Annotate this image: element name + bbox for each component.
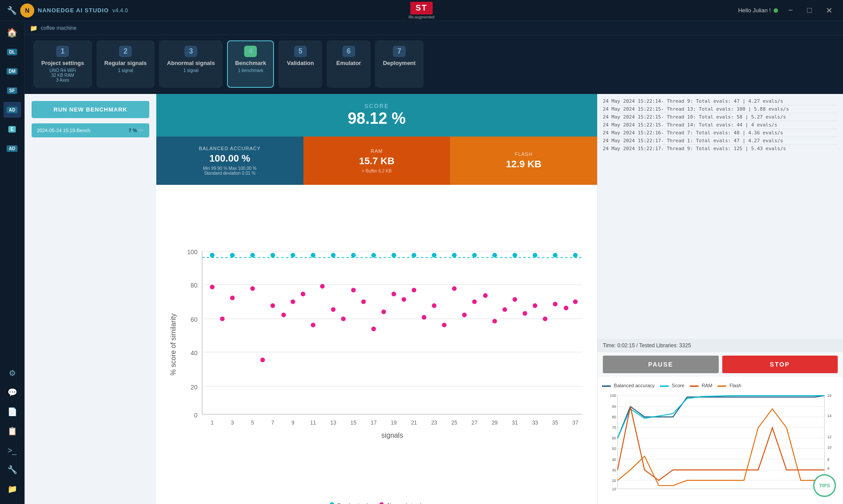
- svg-point-33: [573, 253, 578, 258]
- svg-point-29: [492, 253, 497, 258]
- svg-point-56: [442, 323, 447, 328]
- svg-text:23: 23: [431, 420, 437, 426]
- svg-text:50: 50: [612, 446, 616, 451]
- svg-text:40: 40: [612, 457, 616, 462]
- sidebar-file-icon[interactable]: 📋: [4, 423, 20, 439]
- log-line: 24 May 2024 15:22:15- Thread 10: Total e…: [603, 113, 838, 121]
- svg-text:20: 20: [612, 479, 616, 483]
- log-area: 24 May 2024 15:22:14- Thread 9: Total ev…: [598, 94, 843, 339]
- svg-text:80: 80: [191, 282, 198, 289]
- sidebar-label-ad1: AD: [7, 107, 17, 113]
- right-panel: 24 May 2024 15:22:14- Thread 9: Total ev…: [597, 94, 843, 504]
- svg-point-43: [311, 323, 316, 328]
- flash-line: [717, 385, 726, 387]
- benchmark-item-label: 2024-05-24 15:19-Bench: [37, 128, 90, 133]
- topbar-right: Hello Julian ! − □ ✕: [738, 4, 836, 17]
- svg-point-26: [432, 253, 436, 258]
- svg-text:27: 27: [472, 420, 478, 426]
- svg-point-42: [301, 292, 306, 296]
- topbar-left: 🔧 N NANOEDGE AI STUDIO v4.4.0: [7, 4, 128, 18]
- step-6-card[interactable]: 6 Emulator: [327, 40, 371, 88]
- regular-signals-legend: Regular signals: [330, 502, 371, 504]
- svg-text:16: 16: [827, 393, 832, 398]
- ram-sub: + Buffer 6.2 KB: [362, 169, 392, 173]
- sidebar-label-dl: DL: [7, 49, 17, 55]
- ram-legend: RAM: [690, 383, 713, 388]
- step-5-card[interactable]: 5 Validation: [278, 40, 322, 88]
- pause-button[interactable]: PAUSE: [603, 356, 719, 373]
- maximize-button[interactable]: □: [803, 4, 815, 17]
- score-label: SCORE: [165, 103, 588, 109]
- accuracy-sub: Min 99.90 % Max 100.00 %Standard deviati…: [203, 166, 256, 176]
- sidebar-item-sf[interactable]: SF: [4, 83, 21, 98]
- sidebar-terminal-icon[interactable]: >_: [4, 443, 20, 458]
- topbar: 🔧 N NANOEDGE AI STUDIO v4.4.0 ST life.au…: [0, 0, 843, 21]
- svg-point-28: [472, 253, 477, 258]
- svg-point-47: [351, 288, 356, 292]
- edit-icon[interactable]: ✏: [139, 127, 144, 134]
- sidebar-item-ad1[interactable]: AD: [4, 102, 21, 118]
- main-content: 📁 coffee machine 1 Project settings UNO …: [25, 21, 843, 504]
- svg-text:100: 100: [610, 393, 616, 398]
- sidebar-chat-icon[interactable]: 💬: [4, 385, 20, 400]
- svg-point-21: [331, 253, 336, 258]
- svg-text:21: 21: [411, 420, 417, 426]
- svg-text:11: 11: [310, 420, 316, 426]
- step-1-card[interactable]: 1 Project settings UNO R4 WiFi32 KB RAM3…: [33, 40, 92, 88]
- sidebar-item-dm[interactable]: DM: [4, 63, 21, 79]
- svg-point-53: [412, 288, 417, 292]
- step-1-label: Project settings: [41, 60, 84, 66]
- svg-point-59: [472, 299, 477, 304]
- scatter-chart-area: % score of similarity 100 80 60 40 20 0: [156, 185, 597, 504]
- score-value: 98.12 %: [165, 109, 588, 128]
- svg-text:31: 31: [512, 420, 518, 426]
- svg-text:% score of similarity: % score of similarity: [169, 313, 177, 375]
- svg-text:17: 17: [371, 420, 377, 426]
- svg-point-32: [553, 253, 558, 258]
- sidebar-item-home[interactable]: 🏠: [4, 25, 21, 40]
- sidebar-folder-icon[interactable]: 📁: [4, 481, 20, 497]
- flash-metric: FLASH 12.9 KB: [450, 137, 597, 185]
- sidebar-doc-icon[interactable]: 📄: [4, 404, 20, 420]
- svg-point-40: [281, 313, 286, 317]
- step-3-card[interactable]: 3 Abnormal signals 1 signal: [159, 40, 223, 88]
- sidebar-settings-icon[interactable]: ⚙: [4, 365, 20, 381]
- ram-metric: RAM 15.7 KB + Buffer 6.2 KB: [303, 137, 450, 185]
- close-button[interactable]: ✕: [822, 4, 836, 17]
- svg-point-66: [543, 317, 548, 321]
- step-7-card[interactable]: 7 Deployment: [375, 40, 423, 88]
- svg-point-25: [412, 253, 417, 258]
- stop-button[interactable]: STOP: [722, 356, 838, 373]
- sidebar-item-dl[interactable]: DL: [4, 44, 21, 60]
- svg-point-63: [512, 297, 517, 302]
- app-version: v4.4.0: [112, 7, 128, 14]
- log-line: 24 May 2024 15:22:15- Thread 13: Total e…: [603, 105, 838, 113]
- run-benchmark-button[interactable]: RUN NEW BENCHMARK: [32, 101, 149, 118]
- action-buttons: PAUSE STOP: [598, 352, 843, 377]
- svg-point-23: [371, 253, 376, 258]
- sidebar-label-dm: DM: [7, 68, 18, 75]
- logo-icon: N: [20, 4, 34, 18]
- svg-point-41: [291, 299, 295, 304]
- sidebar-config-icon[interactable]: 🔧: [4, 462, 20, 478]
- score-line: [660, 385, 669, 387]
- balanced-accuracy-line: [602, 385, 611, 387]
- svg-point-58: [462, 313, 467, 317]
- minimize-button[interactable]: −: [785, 4, 797, 17]
- svg-point-16: [230, 253, 235, 258]
- tips-button[interactable]: TIPS: [813, 474, 836, 497]
- svg-text:19: 19: [391, 420, 397, 426]
- center-panel: SCORE 98.12 % BALANCED ACCURACY 100.00 %…: [156, 94, 597, 504]
- svg-point-65: [533, 303, 537, 308]
- sidebar-bottom: ⚙ 💬 📄 📋 >_ 🔧 📁: [4, 365, 20, 504]
- step-2-card[interactable]: 2 Regular signals 1 signal: [97, 40, 155, 88]
- sidebar-item-ad2[interactable]: AD: [4, 140, 21, 156]
- svg-point-20: [311, 253, 316, 258]
- benchmark-item[interactable]: 2024-05-24 15:19-Bench 7 % ✏: [32, 123, 149, 137]
- step-4-card[interactable]: 4 Benchmark 1 benchmark: [227, 40, 274, 88]
- benchmark-item-percent: 7 % ✏: [129, 127, 144, 134]
- sidebar-item-e[interactable]: E: [4, 121, 21, 137]
- perf-chart-svg: 100 90 80 70 60 50 40 30 20 10: [602, 390, 839, 494]
- topbar-center: ST life.augmented: [408, 2, 434, 19]
- accuracy-value: 100.00 %: [209, 153, 250, 164]
